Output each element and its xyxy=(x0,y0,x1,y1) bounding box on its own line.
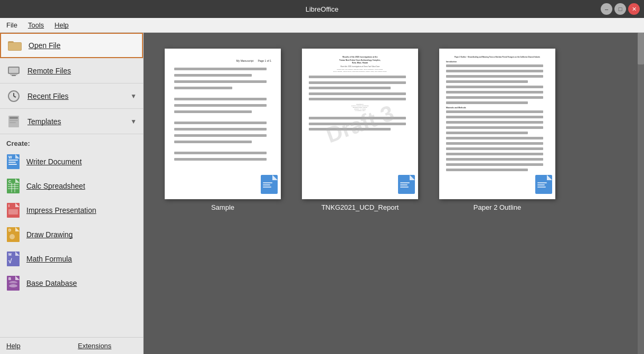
menu-help[interactable]: Help xyxy=(52,20,71,30)
open-file-button[interactable]: Open File xyxy=(0,33,143,58)
title-bar: LibreOffice – □ ✕ xyxy=(0,0,644,18)
svg-rect-6 xyxy=(10,74,17,75)
content-area: My Manuscript Page 1 of 1 xyxy=(144,33,644,354)
scrollbar-thumb[interactable] xyxy=(638,33,644,64)
thumbnail-label-tnkg: TNKG2021_UCD_Report xyxy=(321,203,399,211)
svg-rect-55 xyxy=(400,187,409,188)
calc-label: Calc Spreadsheet xyxy=(26,182,85,190)
svg-rect-22 xyxy=(8,184,18,185)
template-icon xyxy=(6,114,21,129)
impress-label: Impress Presentation xyxy=(26,206,96,215)
impress-icon: I xyxy=(6,203,20,217)
remote-icon xyxy=(6,63,21,78)
remote-files-button[interactable]: Remote Files xyxy=(0,58,143,83)
window-controls: – □ ✕ xyxy=(601,3,640,15)
svg-rect-11 xyxy=(10,117,18,119)
minimize-button[interactable]: – xyxy=(601,3,612,15)
draw-label: Draw Drawing xyxy=(26,230,73,239)
thumbnail-card-sample: My Manuscript Page 1 of 1 xyxy=(165,49,281,199)
create-writer-button[interactable]: W Writer Document xyxy=(0,150,143,174)
svg-rect-24 xyxy=(8,188,18,189)
svg-rect-23 xyxy=(8,186,18,187)
extensions-button[interactable]: Extensions xyxy=(72,338,144,354)
base-icon: B xyxy=(6,276,20,290)
thumbnail-card-tnkg: Results of the 2021 Investigations at th… xyxy=(302,49,418,199)
sidebar-footer: Help Extensions xyxy=(0,337,143,354)
thumbnail-card-paper2: Paper 2 Outline – Breastfeeding and Wean… xyxy=(439,49,555,199)
thumbnail-label-sample: Sample xyxy=(211,203,234,211)
base-label: Base Database xyxy=(26,279,77,287)
writer-label: Writer Document xyxy=(26,157,82,166)
svg-text:M: M xyxy=(8,253,12,256)
thumbnail-label-paper2: Paper 2 Outline xyxy=(473,203,521,211)
clock-icon xyxy=(6,89,21,104)
recent-files-chevron: ▼ xyxy=(130,92,137,100)
templates-chevron: ▼ xyxy=(130,118,137,125)
thumbnail-tnkg[interactable]: Results of the 2021 Investigations at th… xyxy=(302,49,418,211)
svg-rect-17 xyxy=(8,162,16,163)
svg-rect-54 xyxy=(400,184,408,185)
menu-file[interactable]: File xyxy=(4,20,20,30)
sidebar: Open File Remote Files Re xyxy=(0,33,144,354)
svg-rect-50 xyxy=(263,187,271,188)
create-math-button[interactable]: √ M Math Formula xyxy=(0,247,143,271)
create-calc-button[interactable]: C Calc Spreadsheet xyxy=(0,174,143,198)
svg-rect-53 xyxy=(400,182,410,183)
svg-rect-30 xyxy=(8,209,18,215)
help-button[interactable]: Help xyxy=(0,338,72,354)
menu-tools[interactable]: Tools xyxy=(26,20,46,30)
recent-files-button[interactable]: Recent Files ▼ xyxy=(0,83,143,109)
svg-point-34 xyxy=(10,234,15,239)
svg-text:C: C xyxy=(8,180,11,183)
svg-text:D: D xyxy=(8,228,11,232)
app-title: LibreOffice xyxy=(306,5,339,13)
templates-label: Templates xyxy=(27,117,124,126)
svg-rect-13 xyxy=(10,122,16,123)
svg-rect-58 xyxy=(537,182,547,183)
writer-icon: W xyxy=(6,155,20,169)
svg-text:I: I xyxy=(8,204,10,208)
templates-button[interactable]: Templates ▼ xyxy=(0,109,143,134)
open-file-label: Open File xyxy=(29,41,136,50)
svg-rect-48 xyxy=(263,182,272,183)
thumbnail-sample[interactable]: My Manuscript Page 1 of 1 xyxy=(165,49,281,211)
math-icon: √ M xyxy=(6,252,20,266)
thumbnails-grid: My Manuscript Page 1 of 1 xyxy=(165,49,623,211)
svg-rect-16 xyxy=(8,160,18,161)
maximize-button[interactable]: □ xyxy=(614,3,626,15)
svg-text:√: √ xyxy=(8,257,12,265)
thumbnail-paper2[interactable]: Paper 2 Outline – Breastfeeding and Wean… xyxy=(439,49,555,211)
svg-rect-12 xyxy=(10,120,18,121)
create-impress-button[interactable]: I Impress Presentation xyxy=(0,198,143,222)
math-label: Math Formula xyxy=(26,255,72,263)
svg-rect-2 xyxy=(8,43,21,50)
scrollbar-track[interactable] xyxy=(638,33,644,354)
close-button[interactable]: ✕ xyxy=(628,3,640,15)
folder-icon xyxy=(7,38,22,53)
svg-rect-26 xyxy=(14,183,15,192)
menu-bar: File Tools Help xyxy=(0,18,644,33)
svg-rect-60 xyxy=(537,187,546,188)
svg-text:W: W xyxy=(8,155,12,159)
svg-rect-59 xyxy=(537,184,545,185)
svg-rect-4 xyxy=(9,68,18,73)
recent-files-label: Recent Files xyxy=(27,92,124,100)
main-area: Open File Remote Files Re xyxy=(0,33,644,354)
create-base-button[interactable]: B Base Database xyxy=(0,271,143,295)
svg-point-44 xyxy=(9,284,17,287)
draw-icon: D xyxy=(6,228,20,241)
create-section-label: Create: xyxy=(0,134,143,150)
svg-rect-49 xyxy=(263,184,270,185)
remote-files-label: Remote Files xyxy=(27,67,137,75)
svg-rect-18 xyxy=(8,164,17,165)
calc-icon: C xyxy=(6,179,20,193)
svg-rect-25 xyxy=(11,183,12,192)
svg-text:B: B xyxy=(8,277,11,281)
create-draw-button[interactable]: D Draw Drawing xyxy=(0,222,143,247)
